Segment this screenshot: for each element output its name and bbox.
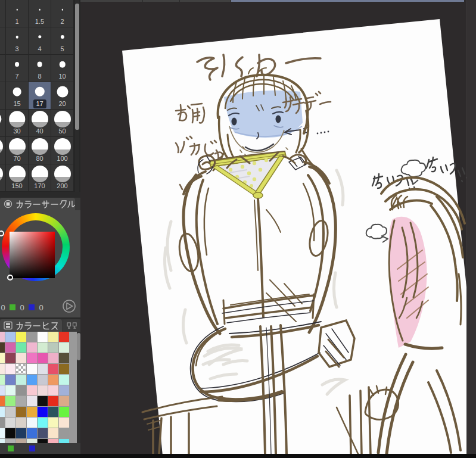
color-swatch[interactable] [38,418,48,428]
color-swatch[interactable] [16,375,26,385]
tab-intermediate-color[interactable] [63,319,80,332]
brush-size-cell[interactable]: 80 [29,137,51,164]
brush-size-cell[interactable]: 150 [6,164,29,192]
color-swatch[interactable] [38,353,48,363]
color-swatch[interactable] [38,439,48,443]
brush-size-cell[interactable]: 0.7 [0,0,6,27]
brush-size-cell[interactable]: 10 [51,55,74,82]
color-swatch[interactable] [27,353,37,363]
sv-marker[interactable] [7,275,13,281]
color-swatch[interactable] [38,396,48,406]
color-swatch[interactable] [38,407,48,417]
color-swatch[interactable] [48,407,58,417]
color-swatch[interactable] [5,364,15,374]
color-swatch[interactable] [0,332,5,342]
color-swatch[interactable] [16,439,26,443]
color-mode-toggle-icon[interactable] [62,299,76,313]
color-swatch[interactable] [0,396,5,406]
color-swatch[interactable] [48,385,58,395]
color-swatch[interactable] [27,418,37,428]
color-swatch[interactable] [48,375,58,385]
color-swatch[interactable] [16,385,26,395]
brush-size-cell[interactable]: 1.5 [29,0,51,27]
color-swatch[interactable] [16,332,26,342]
brush-size-cell[interactable]: 4 [29,27,51,55]
brush-panel-scrollbar-track[interactable] [75,0,79,192]
color-swatch[interactable] [0,418,5,428]
brush-size-cell[interactable]: 70 [6,137,29,164]
color-swatch[interactable] [27,396,37,406]
brush-size-cell[interactable]: 60 [0,137,6,164]
color-swatch[interactable] [59,418,69,428]
color-swatch[interactable] [27,332,37,342]
color-swatch[interactable] [48,439,58,443]
tab-color-circle[interactable]: カラーサークル [0,198,75,210]
color-swatch[interactable] [27,364,37,374]
color-swatch[interactable] [0,375,5,385]
tab-color-history[interactable]: カラーヒス [0,319,62,332]
color-swatch[interactable] [59,439,69,443]
document-tab[interactable] [143,0,180,2]
color-swatch[interactable] [27,439,37,443]
color-swatch[interactable] [48,396,58,406]
canvas-viewport[interactable] [80,0,476,458]
color-swatch[interactable] [16,396,26,406]
color-swatch[interactable] [38,375,48,385]
color-swatch[interactable] [5,353,15,363]
color-swatch[interactable] [16,407,26,417]
brush-size-cell[interactable]: 30 [6,110,29,137]
color-swatch[interactable] [59,375,69,385]
color-swatch[interactable] [27,342,37,353]
color-swatch[interactable] [16,418,26,428]
brush-size-cell[interactable]: 50 [51,110,74,137]
color-swatch[interactable] [38,428,48,438]
color-swatch[interactable] [48,364,58,374]
footer-blue-swatch[interactable] [29,445,35,451]
color-swatch[interactable] [5,375,15,385]
color-swatch[interactable] [5,342,15,353]
color-swatch[interactable] [59,332,69,342]
color-swatch[interactable] [16,428,26,438]
color-swatch[interactable] [5,407,15,417]
color-swatch[interactable] [27,385,37,395]
color-swatch[interactable] [48,418,58,428]
color-swatch[interactable] [48,428,58,438]
color-swatch[interactable] [5,418,15,428]
color-swatch[interactable] [16,364,26,374]
footer-green-swatch[interactable] [8,445,14,451]
color-swatch[interactable] [48,332,58,342]
brush-size-cell[interactable]: 200 [51,164,74,192]
color-swatch[interactable] [5,332,15,342]
brush-size-cell[interactable]: 8 [29,55,51,82]
color-swatch[interactable] [5,428,15,438]
color-swatch[interactable] [5,439,15,443]
color-swatch[interactable] [0,353,5,363]
color-swatch[interactable] [38,342,48,353]
color-swatch[interactable] [0,364,5,374]
canvas-sketch[interactable] [80,0,466,454]
color-swatch[interactable] [5,385,15,395]
brush-size-cell[interactable]: 17 [29,82,51,110]
color-swatch[interactable] [0,385,5,395]
color-swatch[interactable] [59,385,69,395]
brush-size-cell[interactable]: 100 [51,137,74,164]
brush-panel-scrollbar-thumb[interactable] [75,4,79,130]
color-swatch[interactable] [27,407,37,417]
color-swatch[interactable] [0,342,5,353]
brush-size-cell[interactable]: 6 [0,55,6,82]
brush-size-cell[interactable]: 3 [6,27,29,55]
brush-size-cell[interactable]: 25 [0,110,6,137]
color-swatch[interactable] [38,385,48,395]
color-swatch[interactable] [27,375,37,385]
color-swatch[interactable] [59,428,69,438]
brush-size-cell[interactable]: 7 [6,55,29,82]
color-swatch[interactable] [38,364,48,374]
color-swatch[interactable] [48,353,58,363]
color-swatch[interactable] [59,364,69,374]
color-swatch[interactable] [48,342,58,353]
document-tab-strip[interactable] [80,0,476,2]
color-swatch[interactable] [0,407,5,417]
color-swatch[interactable] [16,353,26,363]
brush-size-cell[interactable]: 5 [51,27,74,55]
color-swatch[interactable] [5,396,15,406]
